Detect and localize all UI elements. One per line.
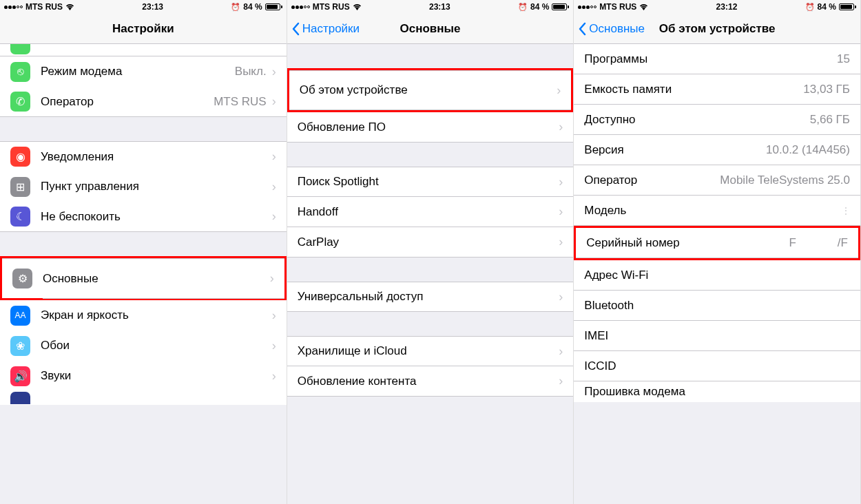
row-value-2: /F bbox=[838, 236, 848, 250]
row-imei[interactable]: IMEI bbox=[574, 321, 860, 351]
row-label: Уведомления bbox=[41, 150, 272, 164]
row-version[interactable]: Версия 10.0.2 (14A456) bbox=[574, 135, 860, 165]
row-label: Пункт управления bbox=[41, 180, 272, 193]
row-available[interactable]: Доступно 5,66 ГБ bbox=[574, 105, 860, 135]
back-label: Основные bbox=[589, 22, 645, 36]
battery-label: 84 % bbox=[818, 2, 836, 12]
chevron-icon: › bbox=[272, 369, 276, 384]
row-wifi-address[interactable]: Адрес Wi-Fi bbox=[574, 260, 860, 291]
row-partial[interactable] bbox=[0, 391, 287, 405]
nav-bar: Основные Об этом устройстве bbox=[574, 14, 860, 44]
battery-icon bbox=[265, 3, 282, 10]
row-apps[interactable]: Программы 15 bbox=[574, 44, 860, 74]
row-value: MTS RUS bbox=[214, 95, 267, 109]
signal-icon bbox=[578, 6, 597, 9]
row-background-refresh[interactable]: Обновление контента › bbox=[287, 366, 574, 397]
chevron-icon: › bbox=[272, 94, 276, 109]
row-label: Режим модема bbox=[41, 65, 235, 78]
row-label: Экран и яркость bbox=[41, 308, 272, 322]
status-bar: MTS RUS 23:13 ⏰ 84 % bbox=[287, 0, 574, 14]
chevron-icon: › bbox=[270, 271, 274, 286]
row-storage[interactable]: Хранилище и iCloud › bbox=[287, 336, 574, 366]
row-label: Версия bbox=[584, 143, 766, 157]
row-capacity[interactable]: Емкость памяти 13,03 ГБ bbox=[574, 74, 860, 105]
row-label: Программы bbox=[584, 52, 837, 66]
row-iccid[interactable]: ICCID bbox=[574, 351, 860, 381]
chevron-icon: › bbox=[559, 175, 563, 189]
wifi-icon bbox=[639, 3, 648, 10]
gear-icon: ⚙ bbox=[12, 269, 32, 288]
wifi-icon bbox=[353, 3, 362, 10]
settings-list[interactable]: ⎋ Режим модема Выкл. › ✆ Оператор MTS RU… bbox=[0, 44, 287, 504]
row-model[interactable]: Модель ⋮ bbox=[574, 196, 860, 226]
page-title: Настройки bbox=[112, 22, 174, 36]
row-carrier[interactable]: Оператор Mobile TeleSystems 25.0 bbox=[574, 165, 860, 196]
about-list[interactable]: Программы 15 Емкость памяти 13,03 ГБ Дос… bbox=[574, 44, 860, 504]
row-handoff[interactable]: Handoff › bbox=[287, 197, 574, 227]
general-list[interactable]: Об этом устройстве › Обновление ПО › Пои… bbox=[287, 44, 574, 504]
row-carplay[interactable]: CarPlay › bbox=[287, 227, 574, 258]
chevron-icon: › bbox=[272, 180, 276, 194]
row-spotlight[interactable]: Поиск Spotlight › bbox=[287, 167, 574, 197]
row-label: Bluetooth bbox=[584, 299, 850, 313]
row-label: Модель bbox=[584, 204, 842, 218]
chevron-icon: › bbox=[559, 120, 563, 134]
row-label: ICCID bbox=[584, 359, 850, 373]
partial-row bbox=[0, 44, 287, 56]
row-label: Обновление контента bbox=[298, 375, 559, 388]
back-button[interactable]: Основные bbox=[578, 22, 645, 36]
row-serial[interactable]: Серийный номер F /F bbox=[576, 228, 858, 258]
wifi-icon bbox=[65, 3, 74, 10]
display-icon: AA bbox=[10, 306, 30, 326]
alarm-icon: ⏰ bbox=[518, 3, 528, 12]
row-bluetooth[interactable]: Bluetooth bbox=[574, 291, 860, 321]
back-button[interactable]: Настройки bbox=[291, 22, 360, 36]
chevron-icon: › bbox=[559, 235, 563, 249]
row-dnd[interactable]: ☾ Не беспокоить › bbox=[0, 202, 287, 232]
time-label: 23:13 bbox=[142, 2, 163, 12]
control-center-icon: ⊞ bbox=[10, 177, 30, 197]
nav-bar: Настройки Основные bbox=[287, 14, 574, 44]
row-software-update[interactable]: Обновление ПО › bbox=[287, 112, 574, 143]
siri-icon bbox=[10, 392, 30, 404]
row-label: Поиск Spotlight bbox=[298, 175, 559, 189]
chevron-icon: › bbox=[272, 209, 276, 224]
row-sounds[interactable]: 🔊 Звуки › bbox=[0, 361, 287, 391]
screen-about: MTS RUS 23:12 ⏰ 84 % Основные Об этом ус… bbox=[574, 0, 861, 504]
row-carrier[interactable]: ✆ Оператор MTS RUS › bbox=[0, 87, 287, 117]
row-general[interactable]: ⚙ Основные › bbox=[2, 258, 284, 298]
row-value: 10.0.2 (14A456) bbox=[766, 143, 850, 157]
chevron-icon: › bbox=[559, 344, 563, 359]
row-label: Handoff bbox=[298, 205, 559, 219]
battery-label: 84 % bbox=[530, 2, 549, 12]
status-bar: MTS RUS 23:12 ⏰ 84 % bbox=[574, 0, 860, 14]
chevron-icon: › bbox=[559, 290, 563, 304]
row-label: Не беспокоить bbox=[41, 210, 272, 224]
phone-icon: ✆ bbox=[10, 92, 30, 112]
wallpaper-icon: ❀ bbox=[10, 336, 30, 356]
row-label: Хранилище и iCloud bbox=[298, 344, 559, 358]
row-hotspot[interactable]: ⎋ Режим модема Выкл. › bbox=[0, 56, 287, 87]
row-label: Универсальный доступ bbox=[298, 290, 559, 304]
dnd-icon: ☾ bbox=[10, 207, 30, 227]
row-control-center[interactable]: ⊞ Пункт управления › bbox=[0, 171, 287, 202]
row-about[interactable]: Об этом устройстве › bbox=[289, 70, 572, 110]
screen-general: MTS RUS 23:13 ⏰ 84 % Настройки Основные … bbox=[287, 0, 574, 504]
row-wallpaper[interactable]: ❀ Обои › bbox=[0, 330, 287, 361]
row-value: F bbox=[789, 236, 796, 250]
row-label: Адрес Wi-Fi bbox=[584, 269, 850, 282]
row-notifications[interactable]: ◉ Уведомления › bbox=[0, 141, 287, 171]
chevron-icon: › bbox=[272, 149, 276, 164]
battery-icon bbox=[552, 3, 569, 10]
alarm-icon: ⏰ bbox=[805, 3, 815, 12]
nav-bar: Настройки bbox=[0, 14, 287, 44]
row-value: Mobile TeleSystems 25.0 bbox=[720, 174, 850, 187]
row-label: Обновление ПО bbox=[298, 120, 559, 134]
row-accessibility[interactable]: Универсальный доступ › bbox=[287, 282, 574, 312]
row-label: Доступно bbox=[584, 113, 809, 127]
row-display[interactable]: AA Экран и яркость › bbox=[0, 300, 287, 330]
time-label: 23:12 bbox=[716, 2, 738, 12]
row-value: 15 bbox=[837, 52, 850, 66]
page-title: Основные bbox=[400, 22, 460, 36]
row-modem-firmware[interactable]: Прошивка модема bbox=[574, 381, 860, 402]
